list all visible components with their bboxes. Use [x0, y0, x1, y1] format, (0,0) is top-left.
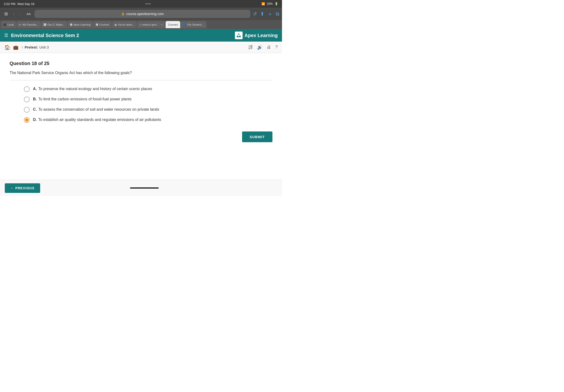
- tab-ingov-label: www.in.gov/...: [143, 23, 159, 26]
- course-title: Environmental Science Sem 2: [11, 33, 79, 38]
- bottom-bar: ← PREVIOUS: [0, 180, 282, 196]
- apex-logo-svg: [236, 33, 241, 38]
- option-c-label: C.: [33, 107, 37, 111]
- tab-courses-active-label: Courses: [168, 23, 178, 26]
- toolbar-right: 譯 🔊 🖨 ?: [248, 44, 278, 50]
- tab-apex[interactable]: 🅐 Apex Learning: [68, 21, 93, 28]
- status-right: 📶 20% 🔋: [261, 2, 278, 5]
- apex-logo: Apex Learning: [235, 31, 278, 39]
- radio-d[interactable]: [24, 117, 30, 123]
- aa-button[interactable]: AA: [25, 11, 32, 17]
- home-indicator: [130, 187, 159, 189]
- speaker-icon[interactable]: 🔊: [257, 45, 262, 50]
- tab-favorites-icon: 🏷: [19, 23, 21, 26]
- option-d-text: D. To establish air quality standards an…: [33, 117, 161, 123]
- status-bar: 2:02 PM Wed Sep 18 📶 20% 🔋: [0, 0, 282, 8]
- app-header-left: ☰ Environmental Science Sem 2: [4, 33, 79, 38]
- dot1: [146, 3, 147, 4]
- tab-apex-label: Apex Learning: [74, 23, 91, 26]
- toolbar: 🏠 💼 ↑ Pretest: Unit 3 譯 🔊 🖨 ?: [0, 42, 282, 53]
- address-bar-actions: ↺ ⬆ ＋ ⧉: [253, 11, 279, 17]
- option-a-value: To preserve the natural ecology and hist…: [38, 87, 152, 91]
- tab-courses-a[interactable]: 🅐 Courses: [94, 21, 112, 28]
- new-tab-icon[interactable]: ＋: [268, 11, 273, 17]
- radio-d-fill: [25, 118, 28, 122]
- url-text: course.apexlearning.com: [126, 12, 164, 16]
- question-header: Question 18 of 25: [10, 61, 273, 66]
- tab-ingov-icon: ◻: [139, 23, 141, 26]
- tab-local[interactable]: ⬛ Local: [1, 21, 16, 28]
- radio-b[interactable]: [24, 97, 30, 102]
- tab-youve[interactable]: ▦ You've alrea...: [112, 21, 137, 28]
- option-d[interactable]: D. To establish air quality standards an…: [24, 117, 273, 123]
- submit-button[interactable]: SUBMIT: [242, 131, 273, 142]
- toolbar-left: 🏠 💼 ↑ Pretest: Unit 3: [4, 44, 49, 50]
- url-bar[interactable]: 🔒 course.apexlearning.com: [34, 10, 250, 18]
- main-content: Question 18 of 25 The National Park Serv…: [0, 53, 282, 187]
- option-d-label: D.: [33, 118, 37, 122]
- option-b[interactable]: B. To limit the carbon emissions of foss…: [24, 96, 273, 102]
- status-time: 2:02 PM Wed Sep 18: [4, 2, 34, 6]
- tab-ingov-close[interactable]: ✕: [161, 23, 163, 26]
- share-icon[interactable]: ⬆: [260, 11, 264, 17]
- tab-ingov[interactable]: ◻ www.in.gov/... ✕: [137, 21, 165, 28]
- toolbar-nav: ↑ Pretest: Unit 3: [21, 45, 49, 49]
- briefcase-button[interactable]: 💼: [13, 45, 18, 50]
- tab-local-icon: ⬛: [3, 23, 6, 26]
- status-center: [146, 3, 150, 4]
- lock-icon: 🔒: [121, 12, 125, 15]
- tab-courses-active[interactable]: Courses: [166, 21, 180, 28]
- tabs-icon[interactable]: ⧉: [276, 11, 279, 17]
- question-text: The National Park Service Organic Act ha…: [10, 70, 273, 76]
- tab-genz[interactable]: 🅱 Gen Z: Major...: [41, 21, 67, 28]
- svg-point-1: [238, 34, 240, 36]
- back-button[interactable]: ‹: [12, 11, 16, 17]
- help-icon[interactable]: ?: [275, 45, 278, 50]
- translate-icon[interactable]: 譯: [248, 44, 253, 50]
- tab-filo[interactable]: 🔵 Filo Student:...: [181, 21, 206, 28]
- address-bar: ⊞ ‹ › AA 🔒 course.apexlearning.com ↺ ⬆ ＋…: [0, 8, 282, 20]
- tab-genz-icon: 🅱: [44, 23, 46, 26]
- tab-youve-label: You've alrea...: [118, 23, 134, 26]
- radio-a[interactable]: [24, 86, 30, 92]
- radio-c[interactable]: [24, 107, 30, 112]
- wifi-icon: 📶: [261, 2, 265, 5]
- time: 2:02 PM: [4, 2, 15, 6]
- tab-courses-a-icon: 🅐: [96, 23, 98, 26]
- tab-filo-icon: 🔵: [183, 23, 186, 26]
- tab-favorites-label: My Favorite...: [22, 23, 39, 26]
- battery-icon: 🔋: [275, 2, 278, 5]
- forward-button[interactable]: ›: [18, 11, 23, 17]
- tab-genz-label: Gen Z: Major...: [47, 23, 65, 26]
- home-button[interactable]: 🏠: [4, 44, 10, 50]
- dot3: [149, 3, 150, 4]
- battery-level: 20%: [267, 2, 273, 5]
- pretest-label: Pretest:: [25, 45, 38, 49]
- tab-local-label: Local: [7, 23, 14, 26]
- tabs-bar: ⬛ Local 🏷 My Favorite... 🅱 Gen Z: Major.…: [0, 20, 282, 29]
- option-b-value: To limit the carbon emissions of fossil-…: [38, 97, 131, 101]
- option-c-value: To assess the conservation of soil and w…: [38, 107, 159, 111]
- tab-apex-icon: 🅐: [70, 23, 72, 26]
- question-divider: [10, 80, 273, 80]
- option-b-label: B.: [33, 97, 37, 101]
- option-a-text: A. To preserve the natural ecology and h…: [33, 86, 152, 92]
- tab-filo-label: Filo Student:...: [187, 23, 204, 26]
- option-c[interactable]: C. To assess the conservation of soil an…: [24, 107, 273, 112]
- up-arrow-icon[interactable]: ↑: [21, 45, 23, 49]
- previous-button[interactable]: ← PREVIOUS: [5, 183, 40, 193]
- submit-row: SUBMIT: [10, 131, 273, 142]
- reload-icon[interactable]: ↺: [253, 11, 257, 17]
- apex-logo-icon: [235, 31, 243, 39]
- app-header: ☰ Environmental Science Sem 2 Apex Learn…: [0, 29, 282, 42]
- unit-label: Unit 3: [40, 45, 49, 49]
- options-list: A. To preserve the natural ecology and h…: [10, 86, 273, 123]
- hamburger-menu[interactable]: ☰: [4, 33, 8, 38]
- sidebar-toggle-icon[interactable]: ⊞: [3, 10, 9, 17]
- print-icon[interactable]: 🖨: [267, 45, 271, 50]
- tab-courses-a-label: Courses: [99, 23, 109, 26]
- option-a-label: A.: [33, 87, 37, 91]
- option-a[interactable]: A. To preserve the natural ecology and h…: [24, 86, 273, 92]
- option-d-value: To establish air quality standards and r…: [38, 118, 161, 122]
- tab-my-favorites[interactable]: 🏷 My Favorite...: [16, 21, 41, 28]
